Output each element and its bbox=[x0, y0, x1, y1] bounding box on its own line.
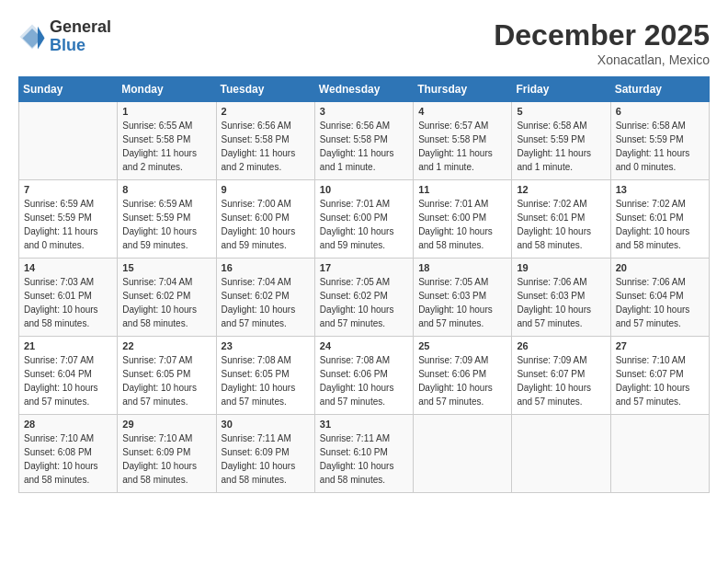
sunset-text: Sunset: 6:09 PM bbox=[222, 445, 310, 459]
day-number: 5 bbox=[517, 106, 605, 117]
daylight-text: Daylight: 10 hours and 58 minutes. bbox=[616, 224, 704, 252]
sunset-text: Sunset: 6:06 PM bbox=[418, 367, 506, 381]
sunset-text: Sunset: 5:59 PM bbox=[616, 132, 704, 146]
calendar-cell: 30 Sunrise: 7:11 AM Sunset: 6:09 PM Dayl… bbox=[216, 415, 314, 493]
day-info: Sunrise: 7:09 AM Sunset: 6:06 PM Dayligh… bbox=[418, 353, 506, 408]
daylight-text: Daylight: 11 hours and 2 minutes. bbox=[122, 146, 210, 174]
day-number: 17 bbox=[320, 262, 408, 273]
weekday-header-thursday: Thursday bbox=[414, 77, 512, 102]
day-info: Sunrise: 7:05 AM Sunset: 6:03 PM Dayligh… bbox=[418, 275, 506, 330]
sunrise-text: Sunrise: 7:11 AM bbox=[320, 431, 408, 445]
calendar-cell: 16 Sunrise: 7:04 AM Sunset: 6:02 PM Dayl… bbox=[216, 259, 314, 337]
sunrise-text: Sunrise: 7:09 AM bbox=[517, 353, 605, 367]
day-number: 28 bbox=[24, 419, 112, 430]
sunset-text: Sunset: 6:03 PM bbox=[517, 289, 605, 303]
logo: General Blue bbox=[18, 18, 111, 55]
daylight-text: Daylight: 10 hours and 57 minutes. bbox=[517, 381, 605, 408]
logo-general: General bbox=[50, 18, 111, 37]
weekday-header-monday: Monday bbox=[118, 77, 216, 102]
weekday-header-tuesday: Tuesday bbox=[216, 77, 314, 102]
daylight-text: Daylight: 10 hours and 57 minutes. bbox=[222, 381, 310, 408]
day-number: 31 bbox=[320, 419, 408, 430]
daylight-text: Daylight: 10 hours and 58 minutes. bbox=[24, 459, 112, 487]
sunrise-text: Sunrise: 7:09 AM bbox=[418, 353, 506, 367]
calendar-cell bbox=[414, 415, 512, 493]
calendar-week-row: 1 Sunrise: 6:55 AM Sunset: 5:58 PM Dayli… bbox=[19, 102, 710, 180]
day-info: Sunrise: 7:07 AM Sunset: 6:04 PM Dayligh… bbox=[24, 353, 112, 408]
calendar-week-row: 21 Sunrise: 7:07 AM Sunset: 6:04 PM Dayl… bbox=[19, 337, 710, 415]
weekday-header-row: SundayMondayTuesdayWednesdayThursdayFrid… bbox=[19, 77, 710, 102]
day-number: 8 bbox=[122, 184, 210, 195]
sunrise-text: Sunrise: 7:08 AM bbox=[320, 353, 408, 367]
sunrise-text: Sunrise: 7:05 AM bbox=[418, 275, 506, 289]
day-info: Sunrise: 7:10 AM Sunset: 6:07 PM Dayligh… bbox=[616, 353, 704, 408]
daylight-text: Daylight: 10 hours and 58 minutes. bbox=[122, 459, 210, 487]
daylight-text: Daylight: 11 hours and 1 minute. bbox=[517, 146, 605, 174]
day-info: Sunrise: 7:07 AM Sunset: 6:05 PM Dayligh… bbox=[122, 353, 210, 408]
calendar-cell: 9 Sunrise: 7:00 AM Sunset: 6:00 PM Dayli… bbox=[216, 180, 314, 259]
day-info: Sunrise: 7:04 AM Sunset: 6:02 PM Dayligh… bbox=[222, 275, 310, 330]
sunset-text: Sunset: 6:02 PM bbox=[222, 289, 310, 303]
calendar-cell bbox=[19, 102, 118, 180]
day-info: Sunrise: 7:03 AM Sunset: 6:01 PM Dayligh… bbox=[24, 275, 112, 330]
day-number: 30 bbox=[222, 419, 310, 430]
day-info: Sunrise: 7:00 AM Sunset: 6:00 PM Dayligh… bbox=[222, 197, 310, 252]
daylight-text: Daylight: 10 hours and 58 minutes. bbox=[320, 459, 408, 487]
sunset-text: Sunset: 6:05 PM bbox=[122, 367, 210, 381]
sunrise-text: Sunrise: 6:58 AM bbox=[616, 119, 704, 132]
calendar-cell: 19 Sunrise: 7:06 AM Sunset: 6:03 PM Dayl… bbox=[512, 259, 610, 337]
weekday-header-saturday: Saturday bbox=[610, 77, 709, 102]
day-number: 1 bbox=[122, 106, 210, 117]
sunrise-text: Sunrise: 7:06 AM bbox=[517, 275, 605, 289]
day-info: Sunrise: 6:56 AM Sunset: 5:58 PM Dayligh… bbox=[320, 119, 408, 174]
calendar-cell: 25 Sunrise: 7:09 AM Sunset: 6:06 PM Dayl… bbox=[414, 337, 512, 415]
day-number: 22 bbox=[122, 340, 210, 351]
sunrise-text: Sunrise: 7:04 AM bbox=[222, 275, 310, 289]
sunrise-text: Sunrise: 7:01 AM bbox=[320, 197, 408, 211]
daylight-text: Daylight: 10 hours and 58 minutes. bbox=[122, 303, 210, 330]
calendar-cell: 23 Sunrise: 7:08 AM Sunset: 6:05 PM Dayl… bbox=[216, 337, 314, 415]
calendar-cell: 20 Sunrise: 7:06 AM Sunset: 6:04 PM Dayl… bbox=[610, 259, 709, 337]
daylight-text: Daylight: 11 hours and 2 minutes. bbox=[222, 146, 310, 174]
calendar-cell: 5 Sunrise: 6:58 AM Sunset: 5:59 PM Dayli… bbox=[512, 102, 610, 180]
sunrise-text: Sunrise: 6:59 AM bbox=[122, 197, 210, 211]
day-number: 4 bbox=[418, 106, 506, 117]
daylight-text: Daylight: 10 hours and 57 minutes. bbox=[222, 303, 310, 330]
calendar-cell: 3 Sunrise: 6:56 AM Sunset: 5:58 PM Dayli… bbox=[314, 102, 413, 180]
calendar-cell: 10 Sunrise: 7:01 AM Sunset: 6:00 PM Dayl… bbox=[314, 180, 413, 259]
sunset-text: Sunset: 6:01 PM bbox=[24, 289, 112, 303]
day-number: 23 bbox=[222, 340, 310, 351]
calendar-cell: 17 Sunrise: 7:05 AM Sunset: 6:02 PM Dayl… bbox=[314, 259, 413, 337]
daylight-text: Daylight: 11 hours and 1 minute. bbox=[418, 146, 506, 174]
sunset-text: Sunset: 6:05 PM bbox=[222, 367, 310, 381]
sunrise-text: Sunrise: 7:11 AM bbox=[222, 431, 310, 445]
day-number: 26 bbox=[517, 340, 605, 351]
daylight-text: Daylight: 10 hours and 57 minutes. bbox=[418, 381, 506, 408]
calendar-cell: 14 Sunrise: 7:03 AM Sunset: 6:01 PM Dayl… bbox=[19, 259, 118, 337]
sunrise-text: Sunrise: 6:56 AM bbox=[222, 119, 310, 132]
sunrise-text: Sunrise: 7:00 AM bbox=[222, 197, 310, 211]
sunset-text: Sunset: 6:04 PM bbox=[24, 367, 112, 381]
sunset-text: Sunset: 5:58 PM bbox=[320, 132, 408, 146]
logo-icon bbox=[18, 23, 46, 51]
sunrise-text: Sunrise: 7:10 AM bbox=[616, 353, 704, 367]
daylight-text: Daylight: 10 hours and 57 minutes. bbox=[616, 303, 704, 330]
sunset-text: Sunset: 6:07 PM bbox=[616, 367, 704, 381]
sunset-text: Sunset: 5:59 PM bbox=[24, 211, 112, 224]
day-number: 25 bbox=[418, 340, 506, 351]
calendar-cell: 8 Sunrise: 6:59 AM Sunset: 5:59 PM Dayli… bbox=[118, 180, 216, 259]
sunset-text: Sunset: 6:00 PM bbox=[418, 211, 506, 224]
day-info: Sunrise: 7:01 AM Sunset: 6:00 PM Dayligh… bbox=[320, 197, 408, 252]
title-block: December 2025 Xonacatlan, Mexico bbox=[494, 18, 710, 67]
calendar-cell bbox=[512, 415, 610, 493]
day-info: Sunrise: 6:58 AM Sunset: 5:59 PM Dayligh… bbox=[517, 119, 605, 174]
day-number: 14 bbox=[24, 262, 112, 273]
sunrise-text: Sunrise: 7:10 AM bbox=[122, 431, 210, 445]
calendar-cell: 15 Sunrise: 7:04 AM Sunset: 6:02 PM Dayl… bbox=[118, 259, 216, 337]
day-info: Sunrise: 6:55 AM Sunset: 5:58 PM Dayligh… bbox=[122, 119, 210, 174]
daylight-text: Daylight: 11 hours and 0 minutes. bbox=[616, 146, 704, 174]
svg-marker-2 bbox=[38, 27, 45, 50]
sunset-text: Sunset: 6:00 PM bbox=[222, 211, 310, 224]
calendar-week-row: 14 Sunrise: 7:03 AM Sunset: 6:01 PM Dayl… bbox=[19, 259, 710, 337]
calendar-cell: 27 Sunrise: 7:10 AM Sunset: 6:07 PM Dayl… bbox=[610, 337, 709, 415]
